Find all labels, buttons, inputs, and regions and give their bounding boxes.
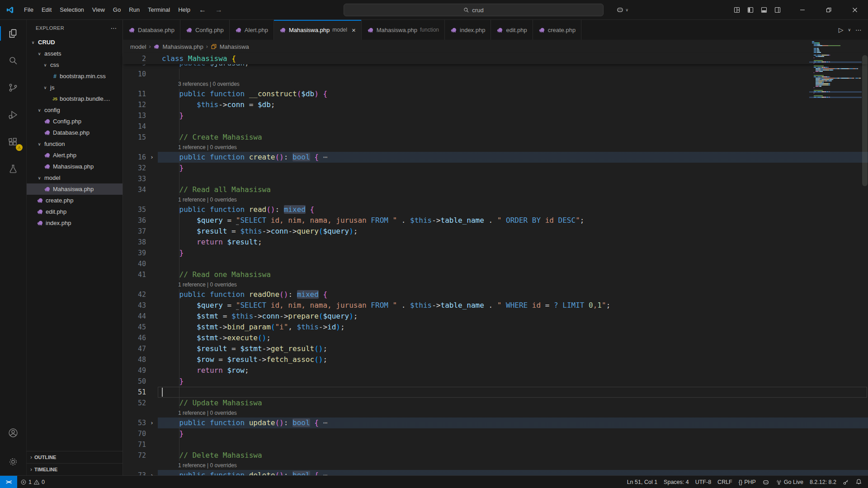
code-line-12[interactable]: 12$this->conn = $db;	[123, 99, 868, 110]
code-line-50[interactable]: 50}	[123, 376, 868, 387]
codelens[interactable]: 1 reference | 0 overrides	[123, 143, 868, 152]
code-line-53[interactable]: 53›public function update(): bool { ⋯	[123, 418, 868, 428]
line-content[interactable]	[158, 258, 868, 269]
nav-back-icon[interactable]: ←	[194, 6, 211, 14]
codelens[interactable]: 1 reference | 0 overrides	[123, 195, 868, 204]
copilot-menu[interactable]: ∨	[616, 6, 628, 14]
codelens[interactable]: 1 reference | 0 overrides	[123, 408, 868, 418]
encoding-status[interactable]: UTF-8	[692, 476, 714, 488]
code-line-52[interactable]: 52// Update Mahasiswa	[123, 398, 868, 408]
key-icon[interactable]	[840, 476, 852, 488]
tree-item-bootstrap.min.css[interactable]: #bootstrap.min.css	[27, 70, 123, 82]
remote-indicator[interactable]: ><	[0, 476, 17, 488]
tree-item-model[interactable]: ∨model	[27, 172, 123, 183]
line-content[interactable]	[158, 174, 868, 184]
code-line-44[interactable]: 44$stmt = $this->conn->prepare($query);	[123, 311, 868, 322]
timeline-section[interactable]: › TIMELINE	[27, 463, 123, 475]
search-sidebar-icon[interactable]	[0, 47, 27, 74]
code-line-42[interactable]: 42public function readOne(): mixed {	[123, 289, 868, 300]
customize-layout-icon[interactable]	[733, 6, 741, 14]
fold-chevron-icon[interactable]: ›	[146, 470, 158, 475]
tree-item-Config.php[interactable]: Config.php	[27, 116, 123, 127]
problems-status[interactable]: 1 0	[17, 476, 48, 488]
tree-item-edit.php[interactable]: edit.php	[27, 206, 123, 217]
language-mode[interactable]: {} PHP	[736, 476, 759, 488]
code-line-36[interactable]: 36$query = "SELECT id, nim, nama, jurusa…	[123, 215, 868, 226]
line-content[interactable]: public function update(): bool { ⋯	[158, 418, 868, 428]
tab-index.php[interactable]: index.php	[445, 20, 491, 40]
toggle-primary-sidebar-icon[interactable]	[747, 6, 754, 14]
fold-chevron-icon[interactable]: ›	[146, 152, 158, 163]
line-content[interactable]: }	[158, 248, 868, 258]
tab-Mahasiswa.php-function[interactable]: Mahasiswa.phpfunction	[362, 20, 445, 40]
line-content[interactable]	[158, 69, 868, 80]
line-content[interactable]: // Update Mahasiswa	[158, 398, 868, 408]
code-line-51[interactable]: 51	[123, 387, 868, 398]
code-line-33[interactable]: 33	[123, 174, 868, 184]
code-line-2[interactable]: 2class Mahasiswa {	[123, 53, 868, 64]
tree-item-Database.php[interactable]: Database.php	[27, 127, 123, 138]
code-line-35[interactable]: 35public function read(): mixed {	[123, 204, 868, 215]
code-line-37[interactable]: 37$result = $this->conn->query($query);	[123, 226, 868, 237]
line-content[interactable]: // Read all Mahasiswa	[158, 184, 868, 195]
line-content[interactable]: public function delete(): bool { ⋯	[158, 470, 868, 475]
scrollbar-slider[interactable]	[862, 55, 868, 186]
code-line-16[interactable]: 16›public function create(): bool { ⋯	[123, 152, 868, 163]
line-content[interactable]: return $row;	[158, 365, 868, 376]
code-line-40[interactable]: 40	[123, 258, 868, 269]
close-window-button[interactable]	[842, 0, 868, 20]
run-dropdown-icon[interactable]: ∨	[848, 28, 851, 32]
code-line-70[interactable]: 70}	[123, 428, 868, 439]
tree-item-bootstrap.bundle....[interactable]: JSbootstrap.bundle....	[27, 93, 123, 104]
codelens[interactable]: 1 reference | 0 overrides	[123, 461, 868, 470]
php-version-status[interactable]: 8.2.12: 8.2	[807, 476, 840, 488]
cursor-position[interactable]: Ln 51, Col 1	[624, 476, 660, 488]
minimize-button[interactable]	[789, 0, 816, 20]
code-line-34[interactable]: 34// Read all Mahasiswa	[123, 184, 868, 195]
code-line-73[interactable]: 73›public function delete(): bool { ⋯	[123, 470, 868, 475]
explorer-icon[interactable]	[0, 20, 27, 47]
tree-item-index.php[interactable]: index.php	[27, 217, 123, 229]
code-line-15[interactable]: 15// Create Mahasiswa	[123, 132, 868, 143]
restore-button[interactable]	[816, 0, 842, 20]
codelens[interactable]: 3 references | 0 overrides	[123, 80, 868, 89]
tree-item-css[interactable]: ∨css	[27, 59, 123, 70]
outline-section[interactable]: › OUTLINE	[27, 451, 123, 463]
tab-Database.php[interactable]: Database.php	[123, 20, 180, 40]
menu-selection[interactable]: Selection	[56, 4, 88, 16]
code-line-32[interactable]: 32}	[123, 163, 868, 174]
tab-Config.php[interactable]: Config.php	[180, 20, 230, 40]
run-debug-icon[interactable]	[0, 101, 27, 128]
line-content[interactable]: $this->conn = $db;	[158, 99, 868, 110]
line-content[interactable]: // Delete Mahasiswa	[158, 450, 868, 461]
nav-forward-icon[interactable]: →	[211, 6, 227, 14]
breadcrumb-symbol[interactable]: Mahasiswa	[220, 43, 249, 50]
line-content[interactable]: return $result;	[158, 237, 868, 248]
line-content[interactable]: }	[158, 163, 868, 174]
code-line-47[interactable]: 47$result = $stmt->get_result();	[123, 343, 868, 354]
line-content[interactable]: }	[158, 376, 868, 387]
breadcrumb-file[interactable]: Mahasiswa.php	[162, 43, 203, 50]
line-content[interactable]: public function __construct($db) {	[158, 89, 868, 99]
code-line-13[interactable]: 13}	[123, 110, 868, 121]
explorer-more-actions-icon[interactable]: ⋯	[111, 24, 117, 32]
tree-item-Mahasiswa.php[interactable]: Mahasiswa.php	[27, 183, 123, 195]
line-content[interactable]: $stmt->bind_param("i", $this->id);	[158, 322, 868, 333]
line-content[interactable]: $result = $this->conn->query($query);	[158, 226, 868, 237]
tab-Mahasiswa.php-model[interactable]: Mahasiswa.phpmodel×	[274, 20, 362, 40]
line-content[interactable]: $query = "SELECT id, nim, nama, jurusan …	[158, 300, 868, 311]
more-actions-icon[interactable]: ⋯	[855, 26, 862, 33]
line-content[interactable]: public $jurusan;	[158, 64, 868, 69]
line-content[interactable]: public function read(): mixed {	[158, 204, 868, 215]
code-line-9[interactable]: 9public $jurusan;	[123, 64, 868, 69]
tab-edit.php[interactable]: edit.php	[491, 20, 533, 40]
source-control-icon[interactable]	[0, 74, 27, 101]
menu-edit[interactable]: Edit	[38, 4, 56, 16]
breadcrumb-folder[interactable]: model	[130, 43, 146, 50]
code-line-14[interactable]: 14	[123, 121, 868, 132]
run-code-icon[interactable]: ▷	[839, 26, 844, 33]
code-line-41[interactable]: 41// Read one Mahasiswa	[123, 269, 868, 280]
indentation-status[interactable]: Spaces: 4	[660, 476, 692, 488]
code-line-48[interactable]: 48$row = $result->fetch_assoc();	[123, 354, 868, 365]
minimap[interactable]	[811, 41, 862, 98]
